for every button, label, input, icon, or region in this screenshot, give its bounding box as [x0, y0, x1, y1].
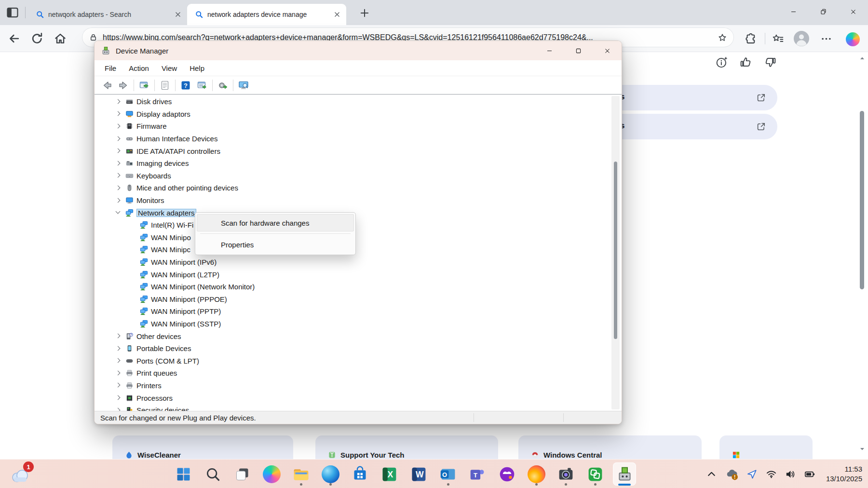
toolbar-help-icon[interactable]: ? [180, 80, 191, 91]
copilot-toolbar-button[interactable] [846, 32, 860, 46]
chevron-right-icon[interactable] [114, 381, 122, 390]
chevron-right-icon[interactable] [114, 356, 122, 365]
toolbar-properties-icon[interactable] [160, 80, 170, 91]
more-options-button[interactable] [820, 32, 833, 45]
search-button[interactable] [201, 462, 224, 486]
tray-expand-button[interactable] [705, 468, 718, 480]
device-manager-button[interactable] [613, 462, 636, 486]
menu-action[interactable]: Action [122, 64, 155, 72]
back-button[interactable] [7, 32, 21, 45]
external-link-icon[interactable] [756, 121, 767, 132]
excel-button[interactable]: X [378, 462, 401, 486]
scrollbar-thumb[interactable] [860, 111, 864, 289]
wifi-indicator[interactable] [765, 468, 777, 480]
toolbar-back-icon[interactable] [102, 80, 112, 91]
edge-button[interactable] [319, 462, 342, 486]
chevron-down-icon[interactable] [114, 208, 122, 217]
browser-tab-1[interactable]: netwqork adapters - Search [28, 4, 187, 25]
tree-item[interactable]: Monitors [95, 194, 607, 207]
chevron-right-icon[interactable] [114, 135, 122, 143]
tree-item[interactable]: Firmware [95, 120, 607, 133]
chevron-right-icon[interactable] [114, 332, 122, 340]
menu-help[interactable]: Help [183, 64, 211, 72]
volume-indicator[interactable] [785, 468, 797, 480]
tree-item[interactable]: WAN Miniport (PPTP) [95, 305, 607, 318]
battery-indicator[interactable] [804, 468, 816, 480]
tree-item[interactable]: ?Other devices [95, 330, 607, 342]
tree-item[interactable]: IDE ATA/ATAPI controllers [95, 145, 607, 157]
tree-item[interactable]: Imaging devices [95, 157, 607, 170]
chevron-right-icon[interactable] [114, 196, 122, 205]
tree-item[interactable]: Security devices [95, 404, 607, 411]
chevron-right-icon[interactable] [114, 406, 122, 411]
task-view-button[interactable] [231, 462, 254, 486]
tree-scrollbar-thumb[interactable] [614, 162, 617, 339]
word-button[interactable]: W [407, 462, 430, 486]
window-title-bar[interactable]: Device Manager [95, 41, 622, 60]
browser-minimize-button[interactable] [778, 0, 808, 23]
minimize-button[interactable] [535, 41, 564, 60]
tree-item[interactable]: Keyboards [95, 170, 607, 182]
toolbar-showwindow-icon[interactable] [197, 80, 207, 91]
tree-item[interactable]: Portable Devices [95, 342, 607, 355]
chevron-right-icon[interactable] [114, 184, 122, 192]
profile-avatar[interactable] [794, 31, 809, 46]
ai-info-button[interactable] [715, 55, 729, 69]
maximize-button[interactable] [564, 41, 593, 60]
weather-widget[interactable]: 1 [10, 463, 33, 485]
context-menu-item-scan-for-hardware-changes[interactable]: Scan for hardware changes [197, 214, 354, 231]
taskbar-clock[interactable]: 11:53 13/10/2025 [826, 464, 862, 484]
refresh-button[interactable] [30, 32, 44, 45]
result-card[interactable]: Windows Central [518, 435, 702, 459]
extensions-button[interactable] [745, 32, 758, 45]
teams-button[interactable]: T [466, 462, 489, 486]
home-button[interactable] [54, 32, 67, 45]
menu-view[interactable]: View [155, 64, 183, 72]
tree-item[interactable]: Display adaptors [95, 108, 607, 121]
chevron-right-icon[interactable] [114, 393, 122, 402]
location-indicator[interactable] [746, 468, 758, 480]
file-explorer-button[interactable] [289, 462, 312, 486]
tree-scrollbar[interactable] [611, 96, 620, 409]
tree-item[interactable]: Print queues [95, 367, 607, 380]
tree-item[interactable]: Disk drives [95, 95, 607, 108]
toolbar-scan-icon[interactable] [217, 80, 228, 91]
tree-item[interactable]: WAN Miniport (PPPOE) [95, 293, 607, 306]
start-button[interactable] [172, 462, 195, 486]
camera-button[interactable] [554, 462, 577, 486]
scroll-up-icon[interactable] [859, 55, 866, 62]
green-app-button[interactable] [583, 462, 607, 486]
browser-close-button[interactable] [838, 0, 868, 23]
chevron-right-icon[interactable] [114, 97, 122, 106]
collections-button[interactable] [772, 32, 785, 45]
chevron-right-icon[interactable] [114, 369, 122, 378]
tree-item[interactable]: WAN Miniport (L2TP) [95, 268, 607, 281]
chevron-right-icon[interactable] [114, 171, 122, 180]
browser-restore-button[interactable] [808, 0, 838, 23]
tree-item[interactable]: Human Interface Devices [95, 133, 607, 145]
copilot-button[interactable] [260, 462, 283, 486]
browser-tab-2[interactable]: network adapters device manage [187, 4, 346, 25]
result-card[interactable] [719, 435, 813, 459]
thumbs-down-button[interactable] [763, 55, 777, 69]
store-button[interactable] [348, 462, 371, 486]
tree-item[interactable]: Printers [95, 380, 607, 392]
result-card[interactable]: Support Your Tech [315, 435, 498, 459]
favorite-star-icon[interactable] [718, 33, 727, 42]
chevron-right-icon[interactable] [114, 122, 122, 131]
tree-item[interactable]: WAN Miniport (IPv6) [95, 256, 607, 269]
tree-item[interactable]: Mice and other pointing devices [95, 182, 607, 194]
external-link-icon[interactable] [756, 92, 767, 103]
close-button[interactable] [593, 41, 622, 60]
tree-item[interactable]: WAN Miniport (SSTP) [95, 318, 607, 330]
chevron-right-icon[interactable] [114, 159, 122, 168]
thumbs-up-button[interactable] [739, 55, 753, 69]
context-menu-item-properties[interactable]: Properties [197, 236, 354, 253]
chevron-right-icon[interactable] [114, 109, 122, 118]
toolbar-monitor-icon[interactable] [238, 80, 249, 91]
tree-item[interactable]: WAN Miniport (Network Monitor) [95, 281, 607, 293]
purple-app-button[interactable] [495, 462, 518, 486]
tab-close-button[interactable] [174, 10, 182, 19]
tree-item[interactable]: Ports (COM & LPT) [95, 354, 607, 367]
toolbar-forward-icon[interactable] [118, 80, 129, 91]
